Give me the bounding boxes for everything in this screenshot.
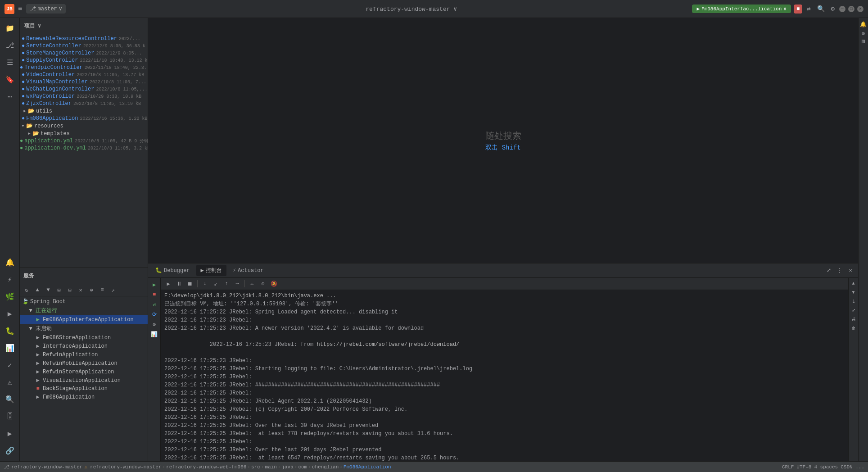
minimize-button[interactable]: ─: [839, 6, 845, 12]
sidebar-item-vcs[interactable]: ⎇: [2, 37, 18, 54]
sidebar-item-debug[interactable]: 🐛: [2, 323, 18, 339]
tab-debugger[interactable]: 🐛 Debugger: [151, 265, 194, 276]
sidebar-item-more[interactable]: ⋯: [2, 89, 18, 105]
debug-reload-button[interactable]: ⟳: [149, 309, 159, 319]
not-started-group[interactable]: ▼ 未启动: [20, 324, 148, 333]
panel-close-button[interactable]: ✕: [845, 266, 855, 276]
debug-resume-button[interactable]: ▶: [163, 279, 173, 289]
debug-step-into-button[interactable]: ↙: [211, 279, 221, 289]
debug-stop2-button[interactable]: ⏹: [185, 279, 195, 289]
tree-item-application-dev-yml[interactable]: ● application-dev.yml 2022/10/8 11:05, 3…: [20, 145, 148, 152]
sidebar-item-problems[interactable]: ⚠: [2, 374, 18, 390]
gutter-trash-button[interactable]: 🗑: [850, 324, 858, 332]
branch-selector[interactable]: ⎇ master ∨: [26, 4, 66, 14]
run-configuration-button[interactable]: ▶ Fm086AppInterfac...lication ∨: [692, 5, 791, 13]
refwin-item[interactable]: ▶ RefwinApplication: [20, 350, 148, 359]
services-down-button[interactable]: ▼: [43, 285, 53, 295]
services-menu-button[interactable]: ≡: [97, 285, 107, 295]
tree-item-VisualMapController[interactable]: ● VisualMapController 2022/10/8 11:05, 7…: [20, 78, 148, 86]
panel-expand-button[interactable]: ⤢: [824, 266, 834, 276]
jrebel-download-link[interactable]: https://jrebel.com/software/jrebel/downl…: [316, 341, 459, 348]
breadcrumb-root[interactable]: refractory-window-master: [90, 464, 161, 470]
breadcrumb-module[interactable]: refractory-window-web-fm086: [166, 464, 246, 470]
refwin-store-item[interactable]: ▶ RefwinStoreApplication: [20, 368, 148, 376]
debug-mute-button[interactable]: 🔕: [269, 279, 279, 289]
gutter-up-button[interactable]: ▲: [850, 279, 858, 287]
sidebar-item-git[interactable]: 🌿: [2, 289, 18, 305]
fm086-app-item[interactable]: ▶ Fm086Application: [20, 393, 148, 401]
tree-item-resources[interactable]: ▼ 📂 resources: [20, 122, 148, 130]
refwin-mobile-item[interactable]: ▶ RefwinMobileApplication: [20, 359, 148, 368]
interface-item[interactable]: ▶ InterfaceApplication: [20, 342, 148, 350]
tree-item-StoreManageController[interactable]: ● StoreManageController 2022/12/9 8:05..…: [20, 50, 148, 57]
breadcrumb-src[interactable]: src: [251, 464, 260, 470]
translate-icon[interactable]: ⇄: [805, 4, 812, 14]
debug-evaluate-button[interactable]: ✏: [247, 279, 257, 289]
sidebar-item-endpoints[interactable]: 🔗: [2, 443, 18, 459]
gutter-wrap-button[interactable]: ⤢: [850, 306, 858, 314]
tree-item-application-yml[interactable]: ● application.yml 2022/10/8 11:05, 42 B …: [20, 137, 148, 145]
status-encoding[interactable]: UTF-8: [796, 464, 811, 470]
breadcrumb-com[interactable]: com: [298, 464, 307, 470]
breadcrumb-java[interactable]: java: [281, 464, 293, 470]
debug-settings-button2[interactable]: ⚙: [149, 319, 159, 329]
right-notifications-icon[interactable]: 🔔: [859, 20, 868, 28]
debug-restart-button[interactable]: ↺: [149, 300, 159, 309]
sidebar-item-bookmarks[interactable]: 🔖: [2, 72, 18, 88]
settings-icon[interactable]: ⚙: [829, 4, 836, 14]
tab-console[interactable]: ▶ 控制台: [196, 265, 226, 276]
services-refresh-button[interactable]: ↻: [22, 285, 32, 295]
search-everywhere-icon[interactable]: 🔍: [815, 4, 827, 14]
tree-item-Fm086Application[interactable]: ● Fm086Application 2022/12/16 15:36, 1.2…: [20, 115, 148, 122]
hamburger-button[interactable]: ≡: [18, 5, 23, 13]
stop-button[interactable]: ■: [794, 5, 802, 14]
debug-pause-button[interactable]: ⏸: [174, 279, 184, 289]
breadcrumb-current-file[interactable]: Fm086Application: [344, 464, 391, 470]
backstage-item[interactable]: ■ BackStageApplication: [20, 385, 148, 393]
services-add-button[interactable]: ⊕: [86, 285, 96, 295]
services-close-button[interactable]: ✕: [76, 285, 86, 295]
debug-breakpoints-button[interactable]: ⊙: [258, 279, 268, 289]
maximize-button[interactable]: □: [848, 6, 854, 12]
services-filter-button[interactable]: ⊟: [65, 285, 75, 295]
fm086-app-interface-item[interactable]: ▶ Fm086AppInterfaceApplication: [20, 315, 148, 324]
sidebar-item-profiler[interactable]: 📊: [2, 340, 18, 356]
breadcrumb-main[interactable]: main: [265, 464, 276, 470]
fm086-store-item[interactable]: ▶ Fm086StoreApplication: [20, 333, 148, 342]
services-expand-button[interactable]: ↗: [108, 285, 118, 295]
status-crlf[interactable]: CRLF: [782, 464, 794, 470]
sidebar-item-plugins[interactable]: ⚡: [2, 272, 18, 288]
tree-item-TrendpicController[interactable]: ● TrendpicController 2022/11/18 18:40, 2…: [20, 64, 148, 71]
tab-actuator[interactable]: ⚡ Actuator: [228, 265, 268, 276]
services-grid-button[interactable]: ⊞: [54, 285, 64, 295]
debug-step-out-button[interactable]: ↑: [222, 279, 231, 289]
sidebar-item-terminal[interactable]: ▶: [2, 426, 18, 442]
debug-graph-button[interactable]: 📊: [149, 329, 159, 339]
tree-item-WeChatLoginController[interactable]: ● WeChatLoginController 2022/10/8 11:05,…: [20, 86, 148, 93]
console-output[interactable]: E:\develop\jdk1.8.0_212\jdk1.8.0_212\bin…: [161, 290, 848, 461]
gutter-down-button[interactable]: ▼: [850, 288, 858, 296]
tree-item-templates[interactable]: ▶ 📂 templates: [20, 130, 148, 137]
sidebar-item-project[interactable]: 📁: [2, 20, 18, 36]
visualization-item[interactable]: ▶ VisualizationApplication: [20, 376, 148, 385]
sidebar-item-structure[interactable]: ☰: [2, 54, 18, 71]
debug-run-to-cursor-button[interactable]: →: [232, 279, 242, 289]
sidebar-item-notifications[interactable]: 🔔: [2, 254, 18, 271]
tree-item-SupplyController[interactable]: ● SupplyController 2022/11/18 18:40, 13.…: [20, 57, 148, 64]
sidebar-item-search[interactable]: 🔍: [2, 391, 18, 408]
debug-stop-button[interactable]: ■: [149, 290, 159, 300]
status-indent[interactable]: 4 spaces: [814, 464, 838, 470]
tree-item-wxPayController[interactable]: ● wxPayController 2022/10/29 8:38, 10.9 …: [20, 93, 148, 100]
right-settings-icon[interactable]: ⚙: [859, 29, 868, 37]
close-button[interactable]: ✕: [857, 6, 863, 12]
tree-item-utils[interactable]: ▶ 📂 utils: [20, 107, 148, 115]
right-m-icon[interactable]: m: [862, 38, 865, 45]
tree-item-RenewableResourcesController[interactable]: ● RenewableResourcesController 2022/...: [20, 35, 148, 42]
gutter-scroll-end-button[interactable]: ⤓: [850, 297, 858, 305]
gutter-print-button[interactable]: 🖨: [850, 315, 858, 323]
panel-settings-button[interactable]: ⋮: [835, 266, 845, 276]
sidebar-item-database[interactable]: 🗄: [2, 408, 18, 425]
debug-run-button[interactable]: ▶: [149, 280, 159, 290]
sidebar-item-todo[interactable]: ✓: [2, 357, 18, 373]
breadcrumb-chenglian[interactable]: chenglian: [312, 464, 339, 470]
